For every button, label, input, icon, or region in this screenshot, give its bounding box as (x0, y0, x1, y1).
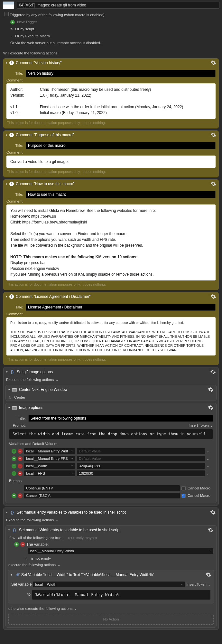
title-input[interactable] (26, 142, 216, 149)
comment-body[interactable]: Author:Chris Thomerson (this macro may b… (6, 83, 216, 119)
disclosure-icon[interactable]: ▾ (8, 388, 10, 391)
gear-icon[interactable] (210, 509, 216, 515)
add-button[interactable]: + (12, 493, 16, 498)
cancel-macro-checkbox[interactable] (181, 486, 186, 490)
remove-button[interactable]: − (18, 464, 23, 469)
macro-name-input[interactable] (17, 2, 219, 9)
chevron-down-icon[interactable]: ⌄ (207, 450, 209, 453)
execute-actions-label: Will execute the following actions: (0, 50, 222, 56)
comment-action-purpose[interactable]: ▾ ! Comment "Purpose of this macro" Titl… (3, 130, 219, 177)
new-trigger-label[interactable]: New Trigger (17, 20, 37, 24)
title-input[interactable] (26, 304, 216, 311)
remove-button[interactable]: − (18, 449, 23, 454)
chevron-down-icon[interactable]: ⌄ (58, 563, 60, 567)
trigger-script-label[interactable]: Or by script. (15, 27, 35, 31)
group-action-set-manual-vars[interactable]: ▾ {} Set manual entry variables to varia… (3, 507, 219, 630)
footnote: This action is for documentation purpose… (6, 355, 216, 362)
gear-icon[interactable] (208, 527, 214, 533)
add-button[interactable]: + (12, 464, 16, 469)
button-label-input[interactable] (24, 492, 180, 499)
if-action-width[interactable]: ▾ {} Set manual Width entry to variable … (5, 525, 217, 628)
insert-token-link[interactable]: Insert Token ⌄ (189, 423, 213, 428)
disclosure-icon[interactable]: ▾ (11, 573, 12, 576)
updown-icon[interactable]: ⇅ (12, 536, 15, 540)
cancel-macro-label: Cancel Macro (188, 486, 210, 490)
window-icon (12, 387, 17, 392)
chevron-down-icon[interactable]: ⌄ (74, 607, 77, 611)
action-title: Comment "How to use this macro" (16, 182, 208, 186)
updown-icon[interactable]: ⇅ (25, 557, 28, 560)
comment-body[interactable]: You will need to install Gifski via Home… (6, 204, 216, 280)
disclosure-icon[interactable]: ▾ (6, 295, 7, 298)
title-input[interactable] (26, 191, 216, 198)
title-input[interactable] (26, 70, 216, 77)
condition-variable-select[interactable]: local__Manual Entry Width (28, 548, 214, 554)
no-action-placeholder[interactable]: No Action (8, 614, 214, 625)
gear-icon[interactable] (210, 294, 216, 299)
disclosure-icon[interactable]: ▾ (6, 370, 8, 374)
cancel-macro-checkbox[interactable] (181, 494, 186, 498)
gear-icon[interactable] (210, 181, 216, 187)
chevron-down-icon[interactable]: ⌄ (56, 378, 58, 382)
disclosure-icon[interactable]: ▾ (8, 528, 10, 532)
disclosure-icon[interactable]: ▾ (6, 133, 7, 137)
variable-name-select[interactable]: local__Width (33, 581, 185, 588)
button-label-input[interactable] (24, 485, 180, 491)
prompt-textarea[interactable]: Select the width and frame rate from the… (9, 429, 213, 439)
variable-name-select[interactable]: local__Manual Entry FPS (24, 455, 75, 462)
gear-icon[interactable] (208, 405, 214, 411)
condition-op-label[interactable]: is not empty (31, 556, 51, 560)
variable-value-input[interactable] (77, 470, 205, 477)
remove-button[interactable]: − (18, 471, 23, 476)
remove-button[interactable]: − (18, 493, 23, 498)
comment-action-howto[interactable]: ▾ ! Comment "How to use this macro" Titl… (3, 179, 219, 290)
gear-icon[interactable] (210, 132, 216, 138)
add-button[interactable]: + (12, 456, 16, 461)
comment-action-license[interactable]: ▾ ! Comment "License Agreement / Disclai… (3, 292, 219, 365)
group-action-set-gif-options[interactable]: ▾ {} Set gif image options Execute the f… (3, 367, 219, 506)
comment-body[interactable]: Permission to use, copy, modify, and/or … (6, 317, 216, 355)
action-title: Comment "License Agreement / Disclaimer" (16, 294, 208, 299)
add-trigger-button[interactable]: + (10, 20, 15, 24)
set-variable-action[interactable]: ▾ 𝒳 Set Variable "local__Width" to Text … (8, 570, 214, 603)
action-center-window[interactable]: ▾ Center Next Engine Window ⇅ Center (5, 385, 217, 401)
chevron-down-icon[interactable]: ⌄ (207, 457, 209, 460)
chevron-down-icon[interactable]: ⌄ (207, 472, 209, 475)
add-button[interactable]: + (12, 471, 16, 476)
disclosure-icon[interactable]: ▾ (6, 61, 7, 64)
action-image-options[interactable]: ▾ Image options Title: Prompt: Insert To… (5, 403, 217, 503)
disclosure-icon[interactable]: ▾ (8, 406, 10, 409)
gear-icon[interactable] (210, 369, 216, 375)
remove-button[interactable]: − (20, 542, 25, 547)
variable-value-input[interactable] (77, 448, 205, 454)
title-input[interactable] (28, 415, 213, 422)
disclosure-icon[interactable]: ▾ (6, 511, 8, 514)
gear-icon[interactable] (206, 572, 211, 578)
group-icon: {} (10, 510, 15, 515)
chevron-down-icon[interactable]: ⌄ (56, 518, 58, 522)
add-button[interactable]: + (14, 542, 19, 547)
trigger-execute-label[interactable]: Or by Execute Macro. (15, 34, 51, 38)
disclosure-icon[interactable]: ▾ (6, 182, 7, 185)
variable-value-input[interactable] (77, 455, 205, 462)
window-icon (12, 405, 17, 410)
variable-row: + − local__FPS ⌄ (12, 470, 210, 477)
comment-action-version-history[interactable]: ▾ ! Comment "Version history" Title: Com… (3, 58, 219, 128)
updown-icon: ⇅ (8, 396, 11, 399)
if-label: If (8, 536, 10, 540)
to-textarea[interactable]: %Variable%local__Manual Entry Width% (32, 590, 211, 600)
comment-body[interactable]: Convert a video file to a gif image. (6, 156, 216, 168)
variable-name-select[interactable]: local__Manual Entry Widt (24, 448, 75, 454)
trigger-enabled-checkbox[interactable] (5, 12, 9, 16)
variable-value-input[interactable] (77, 463, 205, 469)
insert-token-link[interactable]: Insert Token ⌄ (186, 582, 211, 587)
remove-button[interactable]: − (18, 456, 23, 461)
gear-icon[interactable] (208, 387, 214, 393)
title-label: Title: (6, 71, 23, 75)
center-value[interactable]: Center (14, 395, 25, 399)
variable-name-select[interactable]: local__FPS (24, 470, 75, 477)
variable-name-select[interactable]: local__Width (24, 463, 75, 469)
gear-icon[interactable] (210, 60, 216, 66)
chevron-down-icon[interactable]: ⌄ (207, 464, 209, 468)
add-button[interactable]: + (12, 449, 16, 454)
